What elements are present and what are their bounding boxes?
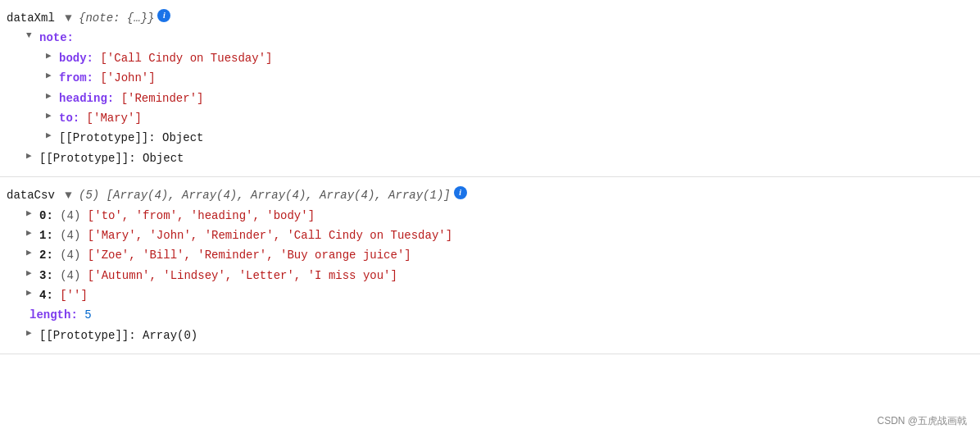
console-output: dataXml ▼ {note: {…}} i note: body: ['Ca… [0, 0, 980, 438]
row4-triangle [26, 286, 38, 301]
dataXml-proto-inner-row[interactable]: [[Prototype]]: Object [0, 128, 980, 148]
dataCsv-row-2[interactable]: 2: (4) ['Zoe', 'Bill', 'Reminder', 'Buy … [0, 245, 980, 265]
to-value: ['Mary'] [87, 109, 142, 127]
proto-outer-triangle [26, 149, 38, 164]
row0-index: 0: [39, 207, 60, 225]
row4-index: 4: [39, 286, 60, 304]
body-triangle [46, 49, 57, 64]
dataXml-triangle-down: ▼ [58, 9, 79, 27]
row4-value: [''] [60, 286, 88, 304]
dataCsv-row-4[interactable]: 4: [''] [0, 285, 980, 305]
row3-value: ['Autumn', 'Lindsey', 'Letter', 'I miss … [88, 267, 397, 285]
row2-value: ['Zoe', 'Bill', 'Reminder', 'Buy orange … [88, 246, 411, 264]
dataCsv-varname: dataCsv [7, 186, 55, 204]
dataXml-info-icon[interactable]: i [157, 9, 170, 22]
dataXml-proto-outer-row[interactable]: [[Prototype]]: Object [0, 148, 980, 168]
dataCsv-header-row[interactable]: dataCsv ▼ (5) [Array(4), Array(4), Array… [0, 185, 980, 205]
note-triangle [26, 29, 38, 43]
csv-proto-triangle [26, 326, 38, 341]
length-value: 5 [84, 306, 91, 324]
dataCsv-triangle-down: ▼ [58, 186, 79, 204]
dataCsv-info-icon[interactable]: i [454, 186, 467, 199]
to-key: to: [59, 109, 87, 127]
note-key: note: [39, 29, 74, 47]
row2-len: (4) [60, 246, 88, 264]
dataCsv-summary: (5) [Array(4), Array(4), Array(4), Array… [79, 186, 451, 204]
dataCsv-proto-row[interactable]: [[Prototype]]: Array(0) [0, 326, 980, 345]
dataXml-summary: {note: {…}} [79, 9, 154, 27]
section-dataCsv: dataCsv ▼ (5) [Array(4), Array(4), Array… [0, 177, 980, 354]
dataXml-from-row[interactable]: from: ['John'] [0, 68, 980, 88]
row0-value: ['to', 'from', 'heading', 'body'] [88, 207, 315, 225]
proto-inner-text: [[Prototype]]: Object [59, 129, 203, 147]
row2-triangle [26, 246, 38, 261]
console-panel: dataXml ▼ {note: {…}} i note: body: ['Ca… [0, 0, 980, 438]
from-value: ['John'] [100, 69, 155, 87]
body-key: body: [59, 49, 100, 67]
watermark: CSDN @五虎战画戟 [877, 414, 967, 428]
dataXml-body-row[interactable]: body: ['Call Cindy on Tuesday'] [0, 48, 980, 68]
row0-len: (4) [60, 207, 88, 225]
dataCsv-row-0[interactable]: 0: (4) ['to', 'from', 'heading', 'body'] [0, 206, 980, 226]
heading-value: ['Reminder'] [121, 89, 204, 107]
row3-index: 3: [39, 267, 60, 285]
row2-index: 2: [39, 246, 60, 264]
to-triangle [46, 109, 57, 124]
row1-value: ['Mary', 'John', 'Reminder', 'Call Cindy… [88, 226, 452, 244]
proto-outer-text: [[Prototype]]: Object [39, 149, 184, 167]
from-triangle [46, 69, 57, 84]
from-key: from: [59, 69, 100, 87]
heading-triangle [46, 89, 57, 104]
heading-key: heading: [59, 89, 121, 107]
row3-triangle [26, 267, 38, 281]
row1-index: 1: [39, 226, 60, 244]
dataXml-to-row[interactable]: to: ['Mary'] [0, 108, 980, 128]
section-dataXml: dataXml ▼ {note: {…}} i note: body: ['Ca… [0, 0, 980, 177]
dataXml-header-row[interactable]: dataXml ▼ {note: {…}} i [0, 8, 980, 28]
dataXml-heading-row[interactable]: heading: ['Reminder'] [0, 89, 980, 108]
dataCsv-length-row: length: 5 [0, 305, 980, 325]
csv-proto-text: [[Prototype]]: Array(0) [39, 326, 197, 344]
dataXml-note-row[interactable]: note: [0, 28, 980, 48]
row3-len: (4) [60, 267, 88, 285]
row1-len: (4) [60, 226, 88, 244]
row0-triangle [26, 207, 38, 221]
dataXml-varname: dataXml [7, 9, 55, 27]
dataCsv-row-3[interactable]: 3: (4) ['Autumn', 'Lindsey', 'Letter', '… [0, 266, 980, 285]
proto-inner-triangle [46, 129, 57, 144]
row1-triangle [26, 226, 38, 241]
body-value: ['Call Cindy on Tuesday'] [100, 49, 272, 67]
length-key: length: [29, 306, 84, 324]
dataCsv-row-1[interactable]: 1: (4) ['Mary', 'John', 'Reminder', 'Cal… [0, 226, 980, 245]
